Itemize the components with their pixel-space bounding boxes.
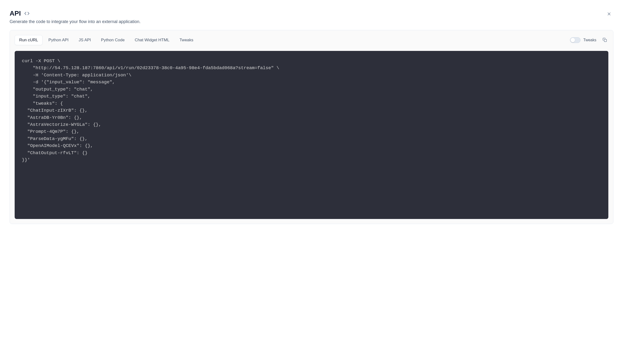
tab-js-api[interactable]: JS API <box>74 35 95 45</box>
copy-icon <box>602 38 607 43</box>
modal-header: API Generate the code to integrate your … <box>10 10 613 24</box>
code-panel: Run cURL Python API JS API Python Code C… <box>10 30 613 224</box>
copy-button[interactable] <box>601 36 608 44</box>
code-icon <box>24 11 29 16</box>
modal-title: API <box>10 10 21 17</box>
close-button[interactable] <box>605 10 613 19</box>
tab-python-code[interactable]: Python Code <box>97 35 129 45</box>
svg-rect-2 <box>604 39 607 42</box>
toolbar: Run cURL Python API JS API Python Code C… <box>15 35 608 45</box>
tab-tweaks[interactable]: Tweaks <box>175 35 198 45</box>
tab-python-api[interactable]: Python API <box>44 35 73 45</box>
close-icon <box>607 12 611 17</box>
api-modal: API Generate the code to integrate your … <box>10 10 613 224</box>
tweaks-toggle-label: Tweaks <box>583 38 596 42</box>
tab-chat-widget-html[interactable]: Chat Widget HTML <box>131 35 174 45</box>
tab-run-curl[interactable]: Run cURL <box>15 35 43 45</box>
tabs-list: Run cURL Python API JS API Python Code C… <box>15 35 198 45</box>
toggle-knob <box>571 38 575 42</box>
code-block[interactable]: curl -X POST \ "http://54.75.128.187:786… <box>15 51 608 219</box>
tweaks-toggle-wrapper: Tweaks <box>570 37 596 43</box>
tweaks-toggle[interactable] <box>570 37 580 43</box>
toolbar-right: Tweaks <box>570 36 608 44</box>
modal-subtitle: Generate the code to integrate your flow… <box>10 19 613 24</box>
title-row: API <box>10 10 613 17</box>
